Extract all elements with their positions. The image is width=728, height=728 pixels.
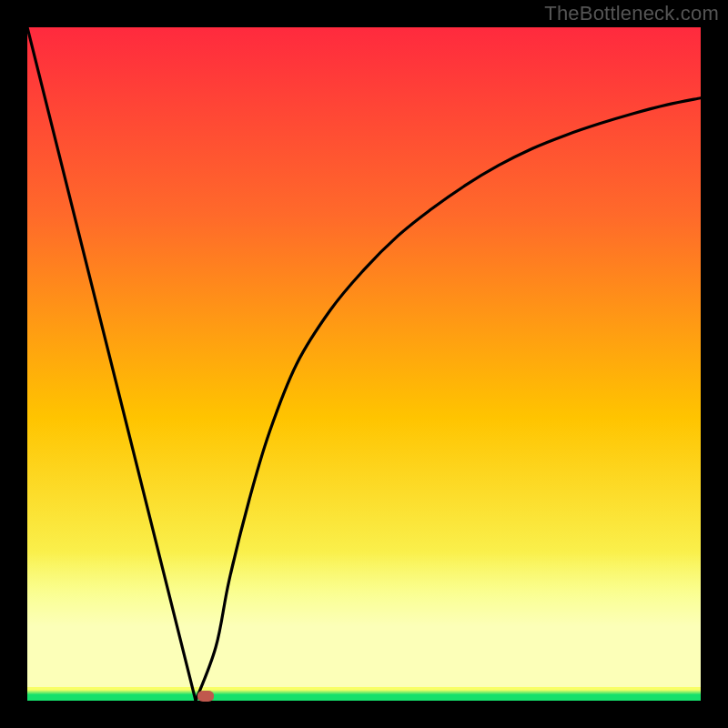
curve-layer <box>27 27 701 701</box>
bottleneck-marker <box>197 691 214 702</box>
curve-right-segment <box>196 98 701 701</box>
watermark-text: TheBottleneck.com <box>544 2 719 25</box>
curve-left-segment <box>27 27 196 701</box>
chart-frame: TheBottleneck.com <box>0 0 728 728</box>
